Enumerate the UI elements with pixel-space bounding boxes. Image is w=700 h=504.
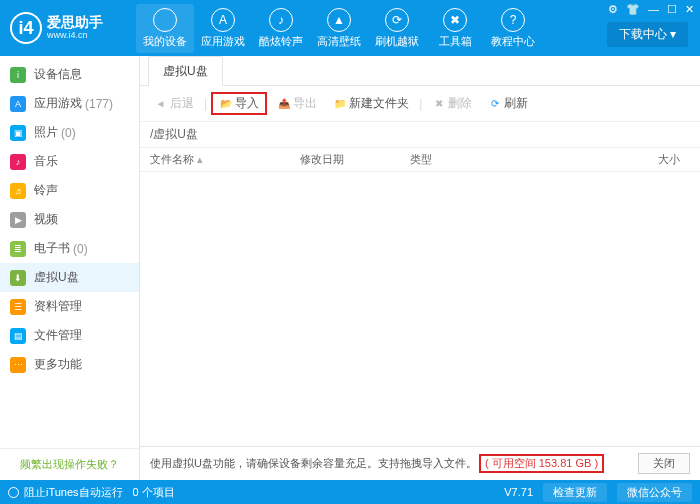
col-type[interactable]: 类型	[410, 152, 640, 167]
main-pane: 虚拟U盘 ◄ 后退 | 📂 导入 📤 导出 📁 新建文件夹 | ✖	[140, 56, 700, 480]
sidebar-icon: A	[10, 96, 26, 112]
sidebar-icon: ♪	[10, 154, 26, 170]
close-icon[interactable]: ✕	[685, 3, 694, 16]
topnav-item-2[interactable]: ♪酷炫铃声	[252, 4, 310, 53]
sidebar-item-7[interactable]: ⬇虚拟U盘	[0, 263, 139, 292]
minimize-icon[interactable]: —	[648, 3, 659, 16]
topnav-item-5[interactable]: ✖工具箱	[426, 4, 484, 53]
tab-bar: 虚拟U盘	[140, 56, 700, 86]
sidebar-item-4[interactable]: ♬铃声	[0, 176, 139, 205]
sidebar-item-9[interactable]: ▤文件管理	[0, 321, 139, 350]
tab-virtual-udisk[interactable]: 虚拟U盘	[148, 56, 223, 86]
toolbar: ◄ 后退 | 📂 导入 📤 导出 📁 新建文件夹 | ✖ 删除 ⟳	[140, 86, 700, 122]
topnav-item-6[interactable]: ?教程中心	[484, 4, 542, 53]
close-button[interactable]: 关闭	[638, 453, 690, 474]
item-count: 0 个项目	[133, 485, 175, 500]
refresh-icon: ⟳	[488, 97, 501, 110]
download-center-button[interactable]: 下载中心 ▾	[607, 22, 688, 47]
import-button[interactable]: 📂 导入	[211, 92, 267, 115]
sidebar-icon: ≣	[10, 241, 26, 257]
topnav-icon	[153, 8, 177, 32]
topnav-item-0[interactable]: 我的设备	[136, 4, 194, 53]
column-headers: 文件名称 ▴ 修改日期 类型 大小	[140, 148, 700, 172]
check-update-button[interactable]: 检查更新	[543, 483, 607, 502]
sidebar-item-5[interactable]: ▶视频	[0, 205, 139, 234]
export-icon: 📤	[277, 97, 290, 110]
delete-button: ✖ 删除	[426, 93, 478, 114]
sidebar-icon: ☰	[10, 299, 26, 315]
bottom-bar: 使用虚拟U盘功能，请确保设备剩余容量充足。支持拖拽导入文件。 ( 可用空间 15…	[140, 446, 700, 480]
file-list	[140, 172, 700, 446]
toggle-icon	[8, 487, 19, 498]
topnav-item-3[interactable]: ▲高清壁纸	[310, 4, 368, 53]
sidebar-icon: ▶	[10, 212, 26, 228]
sidebar-icon: ▣	[10, 125, 26, 141]
wechat-button[interactable]: 微信公众号	[617, 483, 692, 502]
sidebar-item-3[interactable]: ♪音乐	[0, 147, 139, 176]
topnav-icon: ⟳	[385, 8, 409, 32]
col-date[interactable]: 修改日期	[300, 152, 410, 167]
sidebar-icon: ⋯	[10, 357, 26, 373]
sidebar-icon: ♬	[10, 183, 26, 199]
path-breadcrumb: /虚拟U盘	[140, 122, 700, 148]
sidebar-item-6[interactable]: ≣电子书(0)	[0, 234, 139, 263]
import-icon: 📂	[219, 97, 232, 110]
sidebar-icon: i	[10, 67, 26, 83]
app-name: 爱思助手	[47, 15, 103, 30]
status-bar: 阻止iTunes自动运行 0 个项目 V7.71 检查更新 微信公众号	[0, 480, 700, 504]
version-label: V7.71	[504, 486, 533, 498]
topnav-icon: ?	[501, 8, 525, 32]
app-site: www.i4.cn	[47, 31, 103, 41]
sidebar-item-2[interactable]: ▣照片(0)	[0, 118, 139, 147]
back-button: ◄ 后退	[148, 93, 200, 114]
topnav-item-1[interactable]: A应用游戏	[194, 4, 252, 53]
settings-icon[interactable]: ⚙	[608, 3, 618, 16]
export-button: 📤 导出	[271, 93, 323, 114]
topnav-icon: ✖	[443, 8, 467, 32]
topnav-icon: A	[211, 8, 235, 32]
sidebar-item-1[interactable]: A应用游戏(177)	[0, 89, 139, 118]
new-folder-button[interactable]: 📁 新建文件夹	[327, 93, 415, 114]
maximize-icon[interactable]: ☐	[667, 3, 677, 16]
logo: i4 爱思助手 www.i4.cn	[6, 12, 136, 44]
block-itunes-toggle[interactable]: 阻止iTunes自动运行	[8, 485, 123, 500]
sidebar-icon: ⬇	[10, 270, 26, 286]
sidebar: i设备信息A应用游戏(177)▣照片(0)♪音乐♬铃声▶视频≣电子书(0)⬇虚拟…	[0, 56, 140, 480]
delete-icon: ✖	[432, 97, 445, 110]
logo-icon: i4	[10, 12, 42, 44]
refresh-button[interactable]: ⟳ 刷新	[482, 93, 534, 114]
sidebar-icon: ▤	[10, 328, 26, 344]
window-controls: ⚙ 👕 — ☐ ✕	[608, 3, 694, 16]
sidebar-item-0[interactable]: i设备信息	[0, 60, 139, 89]
topnav-icon: ▲	[327, 8, 351, 32]
hint-text: 使用虚拟U盘功能，请确保设备剩余容量充足。支持拖拽导入文件。	[150, 456, 477, 471]
back-icon: ◄	[154, 97, 167, 110]
app-header: i4 爱思助手 www.i4.cn 我的设备A应用游戏♪酷炫铃声▲高清壁纸⟳刷机…	[0, 0, 700, 56]
top-nav: 我的设备A应用游戏♪酷炫铃声▲高清壁纸⟳刷机越狱✖工具箱?教程中心	[136, 4, 542, 53]
col-name[interactable]: 文件名称 ▴	[150, 152, 300, 167]
col-size[interactable]: 大小	[640, 152, 690, 167]
free-space: ( 可用空间 153.81 GB )	[479, 454, 604, 473]
topnav-icon: ♪	[269, 8, 293, 32]
new-folder-icon: 📁	[333, 97, 346, 110]
topnav-item-4[interactable]: ⟳刷机越狱	[368, 4, 426, 53]
sidebar-help-link[interactable]: 频繁出现操作失败？	[0, 448, 139, 480]
skin-icon[interactable]: 👕	[626, 3, 640, 16]
sidebar-item-10[interactable]: ⋯更多功能	[0, 350, 139, 379]
sidebar-item-8[interactable]: ☰资料管理	[0, 292, 139, 321]
